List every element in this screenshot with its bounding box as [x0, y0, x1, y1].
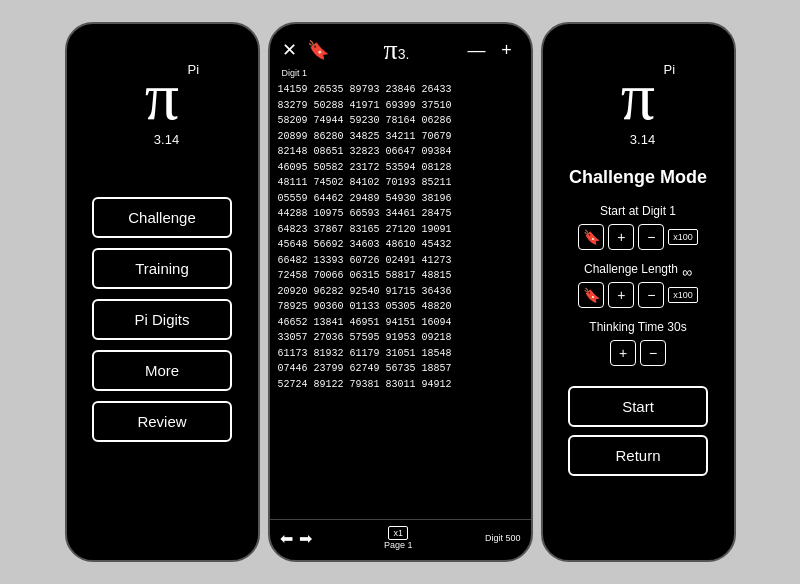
- pi-subtitle: 3.14: [145, 132, 179, 147]
- digits-row: 20899 86280 34825 34211 70679: [278, 129, 523, 145]
- next-page-btn[interactable]: ➡: [299, 529, 312, 548]
- pi-symbol: π: [145, 58, 179, 134]
- digits-row: 20920 96282 92540 91715 36436: [278, 284, 523, 300]
- training-button[interactable]: Training: [92, 248, 232, 289]
- challenge-title: Challenge Mode: [569, 167, 707, 188]
- digits-row: 14159 26535 89793 23846 26433: [278, 82, 523, 98]
- challenge-pi-logo: π Pi 3.14: [621, 62, 655, 147]
- header-controls: — +: [464, 38, 518, 62]
- digits-row: 66482 13393 60726 02491 41273: [278, 253, 523, 269]
- plus-ctrl-btn[interactable]: +: [494, 38, 518, 62]
- screen-digits: ✕ 🔖 π 3. — + Digit 1 14159 26535 89793 2…: [268, 22, 533, 562]
- challenge-pi-superscript: Pi: [664, 62, 676, 77]
- start-bookmark-btn[interactable]: 🔖: [578, 224, 604, 250]
- digits-row: 44288 10975 66593 34461 28475: [278, 206, 523, 222]
- thinking-controls: + −: [555, 340, 722, 366]
- length-controls: 🔖 + − x100: [555, 282, 722, 308]
- pi-superscript: Pi: [188, 62, 200, 77]
- return-button[interactable]: Return: [568, 435, 708, 476]
- more-button[interactable]: More: [92, 350, 232, 391]
- close-icon[interactable]: ✕: [282, 39, 297, 61]
- length-label-row: Challenge Length ∞: [555, 262, 722, 282]
- infinity-badge: ∞: [682, 264, 692, 280]
- start-minus-btn[interactable]: −: [638, 224, 664, 250]
- digits-grid: 14159 26535 89793 23846 2643383279 50288…: [270, 82, 531, 519]
- length-minus-btn[interactable]: −: [638, 282, 664, 308]
- bookmark-icon[interactable]: 🔖: [307, 39, 329, 61]
- digits-row: 46652 13841 46951 94151 16094: [278, 315, 523, 331]
- start-digit-section: Start at Digit 1 🔖 + − x100: [543, 204, 734, 250]
- prev-page-btn[interactable]: ⬅: [280, 529, 293, 548]
- digits-row: 61173 81932 61179 31051 18548: [278, 346, 523, 362]
- digit-start-label: Digit 1: [270, 66, 531, 82]
- start-button[interactable]: Start: [568, 386, 708, 427]
- pi-digits-button[interactable]: Pi Digits: [92, 299, 232, 340]
- page-label: Page 1: [384, 540, 413, 550]
- length-bookmark-btn[interactable]: 🔖: [578, 282, 604, 308]
- digits-row: 82148 08651 32823 06647 09384: [278, 144, 523, 160]
- footer-badge: x1: [388, 526, 408, 540]
- screen-challenge: π Pi 3.14 Challenge Mode Start at Digit …: [541, 22, 736, 562]
- start-digit-label: Start at Digit 1: [555, 204, 722, 218]
- menu-pi-logo: π Pi 3.14: [145, 62, 179, 147]
- footer-digit-label: Digit 500: [485, 533, 521, 543]
- nav-arrows: ⬅ ➡: [280, 529, 312, 548]
- screens-container: π Pi 3.14 Challenge Training Pi Digits M…: [65, 22, 736, 562]
- menu-buttons: Challenge Training Pi Digits More Review: [92, 197, 232, 442]
- pi-header-symbol: π: [384, 34, 398, 66]
- thinking-time-label: Thinking Time 30s: [555, 320, 722, 334]
- challenge-button[interactable]: Challenge: [92, 197, 232, 238]
- digits-row: 46095 50582 23172 53594 08128: [278, 160, 523, 176]
- review-button[interactable]: Review: [92, 401, 232, 442]
- length-x100-badge: x100: [668, 287, 698, 303]
- thinking-time-section: Thinking Time 30s + −: [543, 320, 734, 366]
- digits-row: 64823 37867 83165 27120 19091: [278, 222, 523, 238]
- digits-row: 05559 64462 29489 54930 38196: [278, 191, 523, 207]
- digits-row: 33057 27036 57595 91953 09218: [278, 330, 523, 346]
- start-x100-badge: x100: [668, 229, 698, 245]
- digits-row: 07446 23799 62749 56735 18857: [278, 361, 523, 377]
- digits-row: 52724 89122 79381 83011 94912: [278, 377, 523, 393]
- digits-row: 48111 74502 84102 70193 85211: [278, 175, 523, 191]
- pi-dot-label: 3.: [398, 46, 410, 62]
- digits-row: 58209 74944 59230 78164 06286: [278, 113, 523, 129]
- challenge-action-buttons: Start Return: [568, 386, 708, 476]
- digits-row: 45648 56692 34603 48610 45432: [278, 237, 523, 253]
- thinking-plus-btn[interactable]: +: [610, 340, 636, 366]
- length-label: Challenge Length: [584, 262, 678, 276]
- challenge-length-section: Challenge Length ∞ 🔖 + − x100: [543, 262, 734, 308]
- digits-header: ✕ 🔖 π 3. — +: [270, 24, 531, 66]
- pi-center-display: π 3.: [384, 34, 410, 66]
- footer-center: x1 Page 1: [384, 526, 413, 550]
- challenge-pi-symbol: π: [621, 58, 655, 134]
- challenge-pi-subtitle: 3.14: [621, 132, 655, 147]
- screen-menu: π Pi 3.14 Challenge Training Pi Digits M…: [65, 22, 260, 562]
- minus-ctrl-btn[interactable]: —: [464, 38, 488, 62]
- start-plus-btn[interactable]: +: [608, 224, 634, 250]
- digits-footer: ⬅ ➡ x1 Page 1 Digit 500: [270, 519, 531, 560]
- digits-row: 72458 70066 06315 58817 48815: [278, 268, 523, 284]
- digits-row: 83279 50288 41971 69399 37510: [278, 98, 523, 114]
- length-plus-btn[interactable]: +: [608, 282, 634, 308]
- header-left-icons: ✕ 🔖: [282, 39, 329, 61]
- thinking-minus-btn[interactable]: −: [640, 340, 666, 366]
- digits-row: 78925 90360 01133 05305 48820: [278, 299, 523, 315]
- start-digit-controls: 🔖 + − x100: [555, 224, 722, 250]
